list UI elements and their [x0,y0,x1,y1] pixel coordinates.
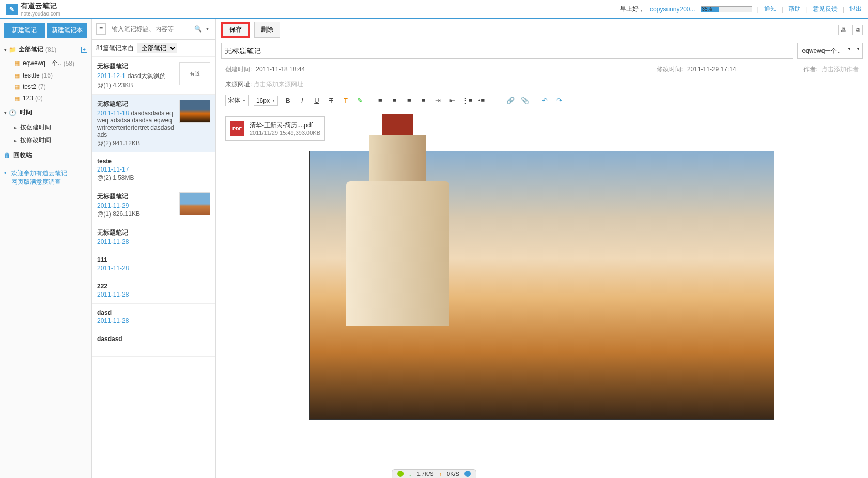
note-item[interactable]: 无标题笔记2011-11-18dasdasdads eqweq adsdsa d… [92,95,215,152]
by-create-time[interactable]: 按创建时间 [0,121,91,134]
notify-link[interactable]: 通知 [764,5,777,13]
download-speed: 1.7K/S [417,471,434,477]
status-dot-icon [397,471,404,477]
source-placeholder[interactable]: 点击添加来源网址 [254,81,303,88]
note-item[interactable]: 2222011-11-28 [92,277,215,304]
download-arrow-icon: ↓ [409,471,412,477]
header: ✎ 有道云笔记 note.youdao.com 早上好， copysunny20… [0,0,868,19]
search-input[interactable] [109,23,192,35]
note-title: 无标题笔记 [97,192,175,201]
doc-icon: ▦ [14,84,20,90]
note-item[interactable]: teste2011-11-17@(2) 1.58MB [92,152,215,187]
bold-icon[interactable]: B [283,96,292,105]
new-note-button[interactable]: 新建笔记 [4,23,45,38]
clock-icon: 🕐 [9,109,17,116]
strike-icon[interactable]: T [327,96,336,105]
attachment-card[interactable]: PDF 清华-王新民-简历....pdf 2011/11/29 15:49,39… [225,116,325,141]
notebook-select-text: eqwewq一个.. [798,43,845,58]
note-date: 2011-11-28 [97,265,129,272]
note-title: 222 [97,283,210,290]
note-title: 无标题笔记 [97,228,210,237]
note-thumb [179,192,210,215]
notebook-item[interactable]: ▦test2(7) [0,81,91,92]
note-meta: @(2) 941.12KB [97,140,175,147]
note-item[interactable]: dasdasd [92,330,215,357]
note-item[interactable]: 无标题笔记2011-11-28 [92,223,215,251]
align-left-icon[interactable]: ≡ [376,96,385,105]
popout-icon[interactable]: ⧉ [853,25,863,35]
notebook-count: (7) [38,83,46,90]
note-item[interactable]: 无标题笔记2011-11-29@(1) 826.11KB [92,187,215,223]
search-icon[interactable]: 🔍 [192,23,204,35]
username-link[interactable]: copysunny200... [650,6,695,13]
filter-select[interactable]: 全部笔记 [137,43,177,53]
logo[interactable]: ✎ 有道云笔记 note.youdao.com [6,2,60,17]
indent-icon[interactable]: ⇥ [433,96,443,105]
new-notebook-button[interactable]: 新建笔记本 [47,23,88,38]
note-title: dasd [97,309,210,316]
notebook-count: (0) [35,95,43,102]
notebook-item[interactable]: ▦eqwewq一个..(58) [0,57,91,70]
logout-link[interactable]: 退出 [849,5,862,13]
note-date: 2011-11-28 [97,238,129,245]
highlight-icon[interactable]: ✎ [355,96,365,105]
doc-icon: ▦ [14,95,20,102]
editor-panel: 保存 删除 🖶 ⧉ eqwewq一个.. ▼ ▾ 创建时间:2011-11-18… [216,19,868,478]
align-right-icon[interactable]: ≡ [405,96,414,105]
search-dropdown[interactable]: ▼ [204,23,211,35]
time-section[interactable]: ▾ 🕐 时间 [0,104,91,121]
note-title: 无标题笔记 [97,100,175,109]
chevron-down-icon[interactable]: ▾ [854,43,862,58]
underline-icon[interactable]: U [312,96,321,105]
note-title: teste [97,158,210,165]
upload-arrow-icon: ↑ [439,471,442,477]
redo-icon[interactable]: ↷ [555,96,564,105]
italic-icon[interactable]: I [298,96,307,105]
list-view-icon[interactable]: ≡ [96,23,106,35]
notebook-name: eqwewq一个.. [23,59,61,68]
notebook-name: test2 [23,83,36,90]
survey-link[interactable]: 欢迎参加有道云笔记 网页版满意度调查 [4,169,67,186]
align-justify-icon[interactable]: ≡ [419,96,428,105]
notebook-item[interactable]: ▦123(0) [0,92,91,104]
feedback-link[interactable]: 意见反馈 [813,5,838,13]
editor-body[interactable]: PDF 清华-王新民-简历....pdf 2011/11/29 15:49,39… [216,110,868,478]
delete-button[interactable]: 删除 [254,22,280,38]
note-item[interactable]: 1112011-11-28 [92,251,215,277]
size-select[interactable]: 16px▼ [254,96,278,106]
ordered-list-icon[interactable]: ⋮≡ [462,96,472,105]
unordered-list-icon[interactable]: •≡ [477,96,486,105]
note-item[interactable]: 无标题笔记2011-12-1dasd大飒飒的@(1) 4.23KB有道 [92,57,215,95]
logo-text: 有道云笔记 [21,2,60,11]
print-icon[interactable]: 🖶 [838,25,848,35]
note-meta: @(2) 1.58MB [97,174,210,181]
font-select[interactable]: 宋体▼ [225,95,249,106]
by-modify-time[interactable]: 按修改时间 [0,134,91,147]
help-link[interactable]: 帮助 [788,5,801,13]
note-item[interactable]: dasd2011-11-28 [92,304,215,330]
note-date: 2011-11-28 [97,317,129,325]
logo-sub: note.youdao.com [21,11,60,17]
align-center-icon[interactable]: ≡ [390,96,399,105]
notebook-item[interactable]: ▦testtte(16) [0,70,91,81]
chevron-down-icon[interactable]: ▼ [845,43,854,58]
add-notebook-icon[interactable]: + [81,47,87,53]
trash-section[interactable]: 🗑 回收站 [0,147,91,164]
filter-prefix: 81篇笔记来自 [96,44,134,53]
text-color-icon[interactable]: T [341,96,350,105]
hr-icon[interactable]: — [491,96,501,105]
survey: • 欢迎参加有道云笔记 网页版满意度调查 [0,164,91,192]
notebook-select[interactable]: eqwewq一个.. ▼ ▾ [797,43,863,59]
author-placeholder[interactable]: 点击添加作者 [822,66,859,73]
link-icon[interactable]: 🔗 [506,96,515,105]
browser-icon [464,471,471,477]
storage-progress: 35% [701,6,752,12]
modify-time-label: 修改时间: [657,66,683,73]
chevron-down-icon: ▾ [4,110,7,115]
attach-icon[interactable]: 📎 [520,96,530,105]
save-button[interactable]: 保存 [221,22,250,38]
outdent-icon[interactable]: ⇤ [448,96,457,105]
undo-icon[interactable]: ↶ [540,96,550,105]
note-title-input[interactable] [221,43,793,59]
all-notes-node[interactable]: ▾ 📁 全部笔记 (81) + [0,42,91,57]
